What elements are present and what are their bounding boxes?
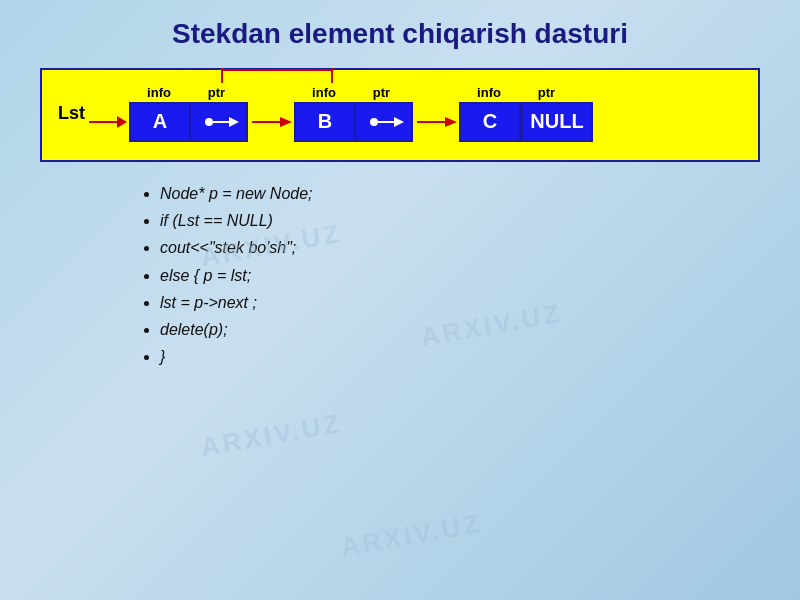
svg-marker-11 — [445, 117, 457, 127]
node-a-ptr-cell — [191, 104, 246, 140]
node-c-cells: C NULL — [459, 102, 593, 142]
lst-label: Lst — [58, 103, 85, 124]
arrow-a-b — [252, 112, 292, 132]
svg-point-2 — [205, 118, 213, 126]
node-c-info-label: info — [459, 85, 519, 100]
diagram-inner: Lst info ptr A — [58, 84, 742, 142]
watermark-3: ARXIV.UZ — [198, 408, 344, 463]
arrow-a-b-icon — [252, 112, 292, 132]
node-a-ptr-arrow — [199, 107, 239, 137]
node-a: info ptr A — [129, 85, 248, 142]
code-line-5: lst = p->next ; — [160, 289, 760, 316]
node-b-info-cell: B — [296, 104, 356, 140]
linked-list-diagram: Lst info ptr A — [40, 68, 760, 162]
node-a-cells: A — [129, 102, 248, 142]
node-a-info-cell: A — [131, 104, 191, 140]
code-section: Node* p = new Node; if (Lst == NULL) cou… — [60, 180, 760, 370]
arrow-b-c — [417, 112, 457, 132]
node-b-cells: B — [294, 102, 413, 142]
node-b-info-label: info — [294, 85, 354, 100]
svg-point-7 — [370, 118, 378, 126]
node-c-ptr-label: ptr — [519, 85, 574, 100]
code-line-3: cout<<"stek bo'sh"; — [160, 234, 760, 261]
node-c: info ptr C NULL — [459, 85, 593, 142]
code-line-2: if (Lst == NULL) — [160, 207, 760, 234]
node-b-ptr-cell — [356, 104, 411, 140]
svg-marker-9 — [394, 117, 404, 127]
svg-marker-4 — [229, 117, 239, 127]
code-line-4: else { p = lst; — [160, 262, 760, 289]
arrow-b-c-icon — [417, 112, 457, 132]
code-line-1: Node* p = new Node; — [160, 180, 760, 207]
node-c-info-cell: C — [461, 104, 521, 140]
node-b-ptr-label: ptr — [354, 85, 409, 100]
lst-arrow-icon — [89, 102, 127, 142]
diagram-wrapper: Lst info ptr A — [0, 60, 800, 170]
title-section: Stekdan element chiqarish dasturi — [0, 0, 800, 60]
node-c-null-cell: NULL — [521, 104, 591, 140]
node-b: info ptr B — [294, 85, 413, 142]
svg-marker-1 — [117, 116, 127, 128]
svg-marker-6 — [280, 117, 292, 127]
code-line-7: } — [160, 343, 760, 370]
node-a-info-label: info — [129, 85, 189, 100]
code-line-6: delete(p); — [160, 316, 760, 343]
code-list: Node* p = new Node; if (Lst == NULL) cou… — [60, 180, 760, 370]
node-a-ptr-label: ptr — [189, 85, 244, 100]
node-b-ptr-arrow — [364, 107, 404, 137]
page-title: Stekdan element chiqarish dasturi — [20, 18, 780, 50]
watermark-4: ARXIV.UZ — [338, 508, 484, 563]
